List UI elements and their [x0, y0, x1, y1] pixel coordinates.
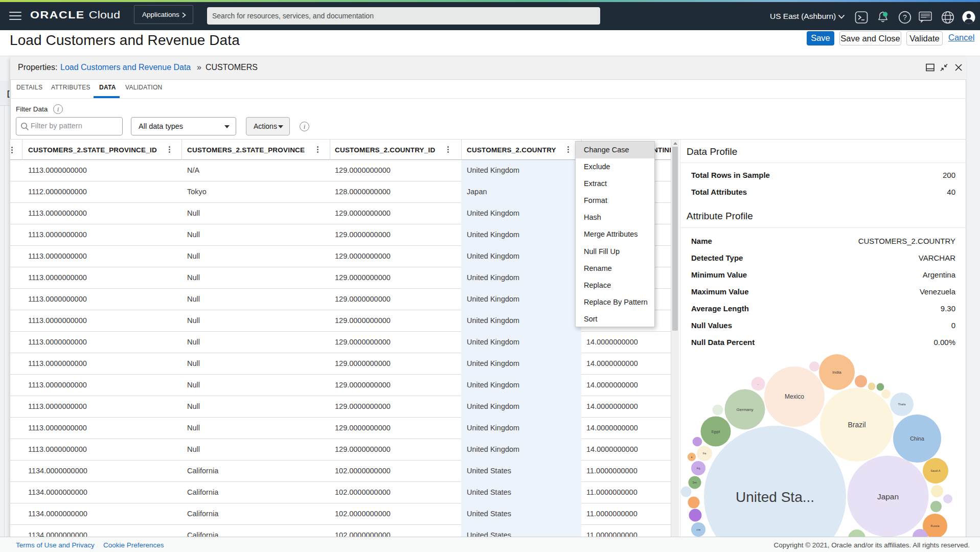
svg-text:Japan: Japan — [877, 492, 899, 501]
svg-text:Saudi A: Saudi A — [931, 469, 941, 472]
svg-text:United Sta...: United Sta... — [736, 489, 814, 505]
svg-text:Thaila: Thaila — [898, 403, 906, 406]
svg-text:India: India — [832, 370, 841, 375]
svg-text:Fra: Fra — [703, 452, 706, 455]
svg-text:China: China — [910, 435, 924, 442]
svg-text:Den: Den — [693, 481, 697, 484]
svg-text:Russia: Russia — [931, 524, 940, 527]
svg-text:Brazil: Brazil — [848, 421, 865, 429]
svg-text:Germany: Germany — [737, 407, 754, 412]
svg-text:?: ? — [903, 13, 907, 21]
svg-text:Arg: Arg — [696, 467, 700, 470]
svg-text:A: A — [691, 456, 693, 458]
svg-text:USA: USA — [696, 528, 701, 531]
svg-text:...: ... — [757, 383, 759, 385]
svg-text:Mexico: Mexico — [785, 393, 804, 400]
svg-text:Egypt: Egypt — [712, 430, 720, 434]
